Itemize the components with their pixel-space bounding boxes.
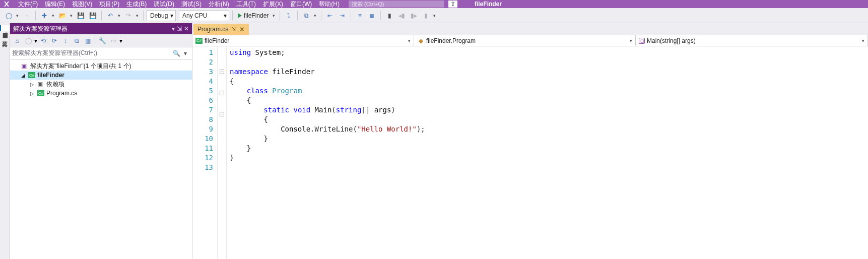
step-button[interactable]: ⤵ <box>283 10 294 21</box>
solution-icon: ▣ <box>21 62 28 70</box>
chevron-down-icon: ▾ <box>630 38 632 43</box>
platform-combo[interactable]: Any CPU ▾ <box>179 10 229 21</box>
tree-solution-node[interactable]: ▣ 解决方案"fileFinder"(1 个项目/共 1 个) <box>10 61 192 71</box>
expander-icon[interactable]: ◢ <box>20 73 26 78</box>
toolbox-tab[interactable]: 工具箱 <box>1 34 9 40</box>
breadcrumb-bar: C# fileFinder ▾ ◆ fileFinder.Program ▾ ◻… <box>192 35 868 46</box>
open-file-button[interactable]: 📂 <box>57 10 68 21</box>
close-icon[interactable]: ✕ <box>184 25 189 32</box>
new-project-dropdown[interactable]: ▾ <box>50 13 56 18</box>
file-tab[interactable]: Program.cs ⇲ ✕ <box>193 24 249 35</box>
refresh-button[interactable]: ⟳ <box>49 36 59 46</box>
indent-decrease-button[interactable]: ⇤ <box>324 10 336 21</box>
open-file-dropdown[interactable]: ▾ <box>68 13 74 18</box>
menu-item[interactable]: 窗口(W) <box>287 0 315 8</box>
solution-explorer-titlebar: 解决方案资源管理器 ▾ ⇲ ✕ <box>10 23 192 34</box>
tree-label: 解决方案"fileFinder"(1 个项目/共 1 个) <box>30 62 131 71</box>
main-menu-bar: 文件(F)编辑(E)视图(V)项目(P)生成(B)调试(D)测试(S)分析(N)… <box>0 0 868 8</box>
sync-button[interactable]: ⟲ <box>38 36 48 46</box>
close-icon[interactable]: ✕ <box>239 26 245 33</box>
bookmark-clear-dropdown[interactable]: ▾ <box>431 13 437 18</box>
breadcrumb-class[interactable]: ◆ fileFinder.Program ▾ <box>414 35 636 46</box>
solution-search-box[interactable]: 搜索解决方案资源管理器(Ctrl+;) 🔍 ▾ <box>10 47 192 59</box>
undo-dropdown[interactable]: ▾ <box>116 13 122 18</box>
toolbar-separator <box>95 36 95 45</box>
breadcrumb-method[interactable]: ◻ Main(string[] args) ▾ <box>636 35 868 46</box>
bookmark-next-button[interactable]: ▮▸ <box>408 10 419 21</box>
nav-forward-button[interactable]: → <box>21 10 32 21</box>
collapse-button[interactable]: ↕ <box>60 36 71 46</box>
properties-button[interactable]: 🔧 <box>97 36 107 46</box>
tree-dependencies-node[interactable]: ▷ ▣ 依赖项 <box>10 80 192 89</box>
menu-item[interactable]: 视图(V) <box>69 0 95 8</box>
menu-item[interactable]: 工具(T) <box>233 0 259 8</box>
solution-search-placeholder: 搜索解决方案资源管理器(Ctrl+;) <box>12 49 172 57</box>
nav-back-dropdown[interactable]: ▾ <box>14 13 20 18</box>
toolbar-separator <box>35 11 36 21</box>
editor-tab-bar: Program.cs ⇲ ✕ <box>192 23 868 35</box>
menu-item[interactable]: 生成(B) <box>123 0 150 8</box>
csproj-icon: C# <box>195 38 203 44</box>
menu-item[interactable]: 扩展(X) <box>260 0 286 8</box>
sln-back-button[interactable]: ◯ <box>23 36 33 46</box>
chevron-down-icon[interactable]: ▾ <box>181 50 190 57</box>
menu-item[interactable]: 文件(F) <box>15 0 41 8</box>
server-explorer-tab[interactable]: 服务器资源管理器 <box>0 25 10 31</box>
menu-item[interactable]: 调试(D) <box>151 0 177 8</box>
menu-item[interactable]: 编辑(E) <box>42 0 68 8</box>
preview-button[interactable]: ▥ <box>83 36 93 46</box>
uncomment-button[interactable]: ≣ <box>366 10 377 21</box>
start-debug-button[interactable]: fileFinder <box>236 12 271 19</box>
autohide-icon[interactable]: ⇲ <box>177 25 182 32</box>
standard-toolbar: ◯ ▾ → ✚ ▾ 📂 ▾ 💾 💾 ↶ ▾ ↷ ▾ Debug ▾ Any CP… <box>0 8 868 23</box>
save-all-button[interactable]: 💾 <box>87 10 98 21</box>
save-button[interactable]: 💾 <box>75 10 86 21</box>
redo-button[interactable]: ↷ <box>123 10 134 21</box>
breadcrumb-project[interactable]: C# fileFinder ▾ <box>192 35 414 46</box>
bookmark-clear-button[interactable]: ▮ <box>420 10 431 21</box>
menu-item[interactable]: 分析(N) <box>206 0 232 8</box>
tree-file-node[interactable]: ▷ C# Program.cs <box>10 89 192 98</box>
toolbar-separator <box>143 11 144 21</box>
code-area[interactable]: 12345678910111213 −−− using System;names… <box>192 46 868 259</box>
folding-gutter[interactable]: −−− <box>218 46 227 259</box>
find-in-files-button[interactable]: ⧉ <box>301 10 312 21</box>
nav-back-button[interactable]: ◯ <box>3 10 14 21</box>
bookmark-prev-button[interactable]: ◂▮ <box>396 10 407 21</box>
code-content[interactable]: using System;namespace fileFinder{ class… <box>227 46 425 259</box>
platform-value: Any CPU <box>182 12 207 19</box>
expander-icon[interactable]: ▷ <box>29 82 35 87</box>
undo-button[interactable]: ↶ <box>105 10 116 21</box>
code-editor-panel: Program.cs ⇲ ✕ C# fileFinder ▾ ◆ fileFin… <box>192 23 868 259</box>
view-code-button[interactable]: ▭ <box>108 36 118 46</box>
sln-back-dropdown[interactable]: ▾ <box>34 37 37 44</box>
pin-icon[interactable]: ⇲ <box>231 26 236 33</box>
chevron-down-icon: ▾ <box>862 38 864 43</box>
redo-dropdown[interactable]: ▾ <box>134 13 140 18</box>
view-code-dropdown[interactable]: ▾ <box>119 37 122 44</box>
solution-tree: ▣ 解决方案"fileFinder"(1 个项目/共 1 个) ◢ C# fil… <box>10 59 192 100</box>
pin-icon[interactable]: ▾ <box>172 25 175 32</box>
find-dropdown[interactable]: ▾ <box>312 13 318 18</box>
menu-item[interactable]: 测试(S) <box>178 0 205 8</box>
quick-search-box[interactable]: 搜索 (Ctrl+Q) <box>349 1 444 8</box>
solution-explorer-title: 解决方案资源管理器 <box>13 25 68 33</box>
live-share-button[interactable]: ⇪ <box>448 1 457 8</box>
menu-item[interactable]: 项目(P) <box>96 0 122 8</box>
left-toolstrip: 服务器资源管理器 工具箱 <box>0 23 10 259</box>
tree-project-node[interactable]: ◢ C# fileFinder <box>10 71 192 80</box>
tree-label: 依赖项 <box>46 80 64 89</box>
breadcrumb-label: fileFinder <box>205 37 229 44</box>
new-project-button[interactable]: ✚ <box>39 10 50 21</box>
menu-item[interactable]: 帮助(H) <box>316 0 343 8</box>
expander-icon[interactable]: ▷ <box>29 91 35 96</box>
comment-button[interactable]: ≡ <box>354 10 365 21</box>
tree-label: fileFinder <box>37 72 64 79</box>
bookmark-button[interactable]: ▮ <box>384 10 395 21</box>
start-debug-dropdown[interactable]: ▾ <box>271 13 277 18</box>
show-all-button[interactable]: ⧉ <box>72 36 82 46</box>
indent-increase-button[interactable]: ⇥ <box>337 10 348 21</box>
home-button[interactable]: ⌂ <box>12 36 22 46</box>
solution-config-combo[interactable]: Debug ▾ <box>147 10 176 21</box>
csharp-file-icon: C# <box>37 90 44 96</box>
